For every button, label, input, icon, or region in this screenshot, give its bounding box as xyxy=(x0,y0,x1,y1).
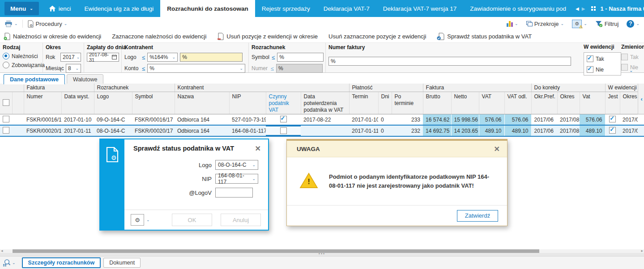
radio-naleznosci[interactable]: Należności xyxy=(3,53,40,59)
rok-select[interactable]: 2017 ⌄ xyxy=(60,53,81,62)
col-vat-odl[interactable]: VAT odl. xyxy=(504,92,531,114)
przekroje-button[interactable]: Przekroje ⌄ xyxy=(526,21,564,27)
zaplaty-date-field[interactable]: 2017-08-31 xyxy=(87,53,119,62)
radio-icon[interactable] xyxy=(3,53,9,59)
checkbox-nie[interactable]: Nie xyxy=(587,66,618,73)
cell-nazwa[interactable]: Odbiorca 164 xyxy=(175,114,229,126)
company-selector[interactable]: 1 - Nasza firma 0 - oddział ⌄ xyxy=(600,5,644,12)
cell-brutto[interactable]: 16 574.62 xyxy=(423,114,451,126)
cell-brutto[interactable]: 14 692.75 xyxy=(423,125,451,136)
jest-checkbox[interactable] xyxy=(609,116,616,122)
cell-vat-odl[interactable]: 576.06 xyxy=(504,114,531,126)
czynny-checkbox[interactable] xyxy=(280,127,287,134)
cell-po-terminie[interactable]: 232 xyxy=(392,125,423,136)
tab-rozrachunki-active[interactable]: Rozrachunki do zastosowan xyxy=(160,0,255,17)
scroll-left-icon[interactable]: ◂ xyxy=(1,248,3,253)
kontrahent-konto-select[interactable]: % ⌄ xyxy=(147,64,245,73)
kontrahent-logo-input[interactable] xyxy=(180,53,243,62)
col-termin[interactable]: Termin xyxy=(349,92,378,114)
numer-faktury-input[interactable] xyxy=(328,57,571,66)
tab-scroll-left-icon[interactable]: ◀ xyxy=(576,6,579,11)
tab-zawiadomienie[interactable]: Zawiadomienie o skorygowaniu pod xyxy=(463,0,573,17)
cell-netto[interactable]: 14 203.65 xyxy=(451,125,479,136)
chart-button[interactable]: ⌄ xyxy=(507,21,518,27)
cell-okres-ulg[interactable]: 2017/08 xyxy=(620,114,638,126)
col-nip[interactable]: NIP xyxy=(229,92,266,114)
cell-numer[interactable]: FSKR/00016/17 xyxy=(24,114,61,126)
col-czynny-podatnik[interactable]: Czynny podatnik VAT xyxy=(266,92,301,114)
cell-dni[interactable]: 0 xyxy=(378,114,392,126)
home-tab[interactable] xyxy=(49,5,56,12)
grid-settings-button[interactable]: ⚙⚠ ⌄ xyxy=(572,20,587,28)
preview-menu-button[interactable]: ⌄ xyxy=(3,259,16,267)
cell-symbol[interactable]: FSKR/00016/17 xyxy=(132,114,175,126)
close-icon[interactable]: ✕ xyxy=(253,143,263,154)
checkbox-icon[interactable] xyxy=(587,55,593,62)
menu-button[interactable]: Menu ⌄ xyxy=(4,2,39,15)
cell-okres-ulg[interactable]: 2017/08 xyxy=(620,125,638,136)
col-okres-ulg[interactable]: Okres xyxy=(620,92,638,114)
col-netto[interactable]: Netto xyxy=(451,92,479,114)
tab-deklaracja-vat7-w17[interactable]: Deklaracja VAT-7 wersja 17 xyxy=(376,0,464,17)
tab-dane-podstawowe[interactable]: Dane podstawowe xyxy=(4,74,65,84)
cell-netto[interactable]: 15 998.56 xyxy=(451,114,479,126)
action-naleznosci-w-okresie[interactable]: Należności w okresie do ewidencji xyxy=(4,33,101,40)
focused-cell[interactable] xyxy=(266,126,301,136)
cell-termin[interactable]: 2017-01-10 xyxy=(349,114,378,126)
col-po-terminie[interactable]: Po terminie xyxy=(392,92,423,114)
scrollbar-thumb[interactable] xyxy=(13,249,539,253)
procedury-button[interactable]: ⚙ Procedury ⌄ xyxy=(27,20,68,28)
col-logo[interactable]: Logo xyxy=(94,92,132,114)
cell-data-wyst[interactable]: 2017-01-10 xyxy=(61,114,94,126)
dialog-logo-select[interactable]: 08-O-164-C ⌄ xyxy=(215,160,258,170)
chevron-down-icon[interactable]: ⌄ xyxy=(146,218,150,222)
radio-zobowiazania[interactable]: Zobowiązania xyxy=(3,62,40,68)
cell-vat[interactable]: 576.06 xyxy=(479,114,504,126)
rozrachunek-symbol-input[interactable] xyxy=(277,53,324,62)
cell-okres[interactable]: 2017/08 xyxy=(557,125,580,136)
checkbox-tak[interactable]: Tak xyxy=(587,55,618,62)
tab-ewidencja-ulg[interactable]: Ewidencja ulg za złe długi xyxy=(78,0,161,17)
cell-nip[interactable]: 527-010-73-19 xyxy=(229,114,266,126)
col-vat[interactable]: VAT xyxy=(479,92,504,114)
cell-okres[interactable]: 2017/08 xyxy=(557,114,580,126)
close-icon[interactable]: ✕ xyxy=(492,144,502,154)
col-brutto[interactable]: Brutto xyxy=(423,92,451,114)
checkbox-icon[interactable] xyxy=(587,66,593,73)
table-row[interactable]: FSKR/00016/17 2017-01-10 09-O-164-C FSKR… xyxy=(0,114,644,126)
col-vat-korekta[interactable]: Vat xyxy=(580,92,605,114)
filter-expand-icon[interactable]: ⌄ xyxy=(629,68,633,73)
action-zaznaczone-naleznosci[interactable]: Zaznaczone należności do ewidencji xyxy=(112,33,206,40)
czynny-checkbox[interactable] xyxy=(280,116,287,122)
panel-splitter[interactable]: ••• xyxy=(0,253,644,256)
cell-nazwa[interactable]: Odbiorca 164 xyxy=(175,125,229,136)
tab-deklaracja-vat7[interactable]: Deklaracja VAT-7 xyxy=(317,0,376,17)
action-usun-pozycje[interactable]: Usuń pozycje z ewidencji w okresie xyxy=(217,33,318,40)
tab-walutowe[interactable]: Walutowe xyxy=(67,74,103,84)
col-data-potwierdzenia[interactable]: Data potwierdzenia podatnika w VAT xyxy=(301,92,349,114)
cell-numer[interactable]: FSKR/00020/17 xyxy=(24,125,61,136)
col-jest[interactable]: Jest xyxy=(605,92,620,114)
dialog-settings-button[interactable]: ⚙ xyxy=(131,214,144,226)
dialog-nip-select[interactable]: 164-08-01-117 ⌄ xyxy=(215,174,258,184)
tab-clipped[interactable]: ienci xyxy=(56,0,78,17)
miesiac-select[interactable]: 8 ⌄ xyxy=(66,64,81,73)
cell-vat-korekta[interactable]: 576.06 xyxy=(580,114,605,126)
row-checkbox[interactable] xyxy=(3,127,9,134)
col-numer[interactable]: Numer xyxy=(24,92,61,114)
col-okr-pref[interactable]: Okr.Pref. xyxy=(531,92,557,114)
cell-okr-pref[interactable]: 2017/06 xyxy=(531,114,557,126)
collapse-panel-icon[interactable]: ‹ xyxy=(638,84,644,114)
scroll-right-icon[interactable]: ▸ xyxy=(641,248,643,253)
tab-szczegoly-rozrachunkow[interactable]: Szczegóły rozrachunków xyxy=(22,257,101,268)
cell-vat[interactable]: 489.10 xyxy=(479,125,504,136)
cell-symbol[interactable]: FSKR/00020/17 xyxy=(132,125,175,136)
cell-okr-pref[interactable]: 2017/06 xyxy=(531,125,557,136)
print-button[interactable]: ⌄ xyxy=(4,20,18,27)
apps-grid-icon[interactable] xyxy=(591,6,596,11)
row-checkbox[interactable] xyxy=(3,116,9,122)
table-row-selected[interactable]: FSKR/00020/17 2017-01-11 08-O-164-C FSKR… xyxy=(0,125,644,136)
col-dni[interactable]: Dni xyxy=(378,92,392,114)
cell-vat-korekta[interactable]: 489.10 xyxy=(580,125,605,136)
calendar-icon[interactable] xyxy=(112,55,117,60)
